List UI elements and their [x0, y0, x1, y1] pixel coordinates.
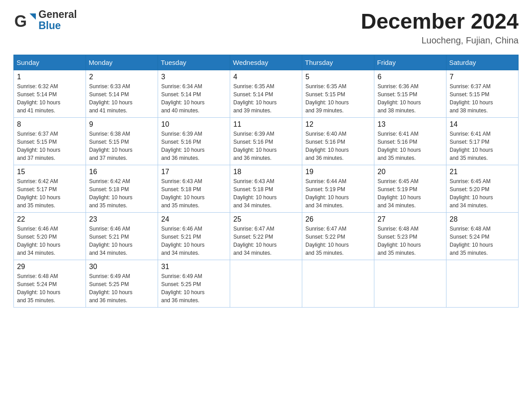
calendar-cell: 12Sunrise: 6:40 AMSunset: 5:16 PMDayligh…	[302, 118, 374, 165]
day-number: 14	[450, 120, 515, 128]
calendar-cell: 6Sunrise: 6:36 AMSunset: 5:15 PMDaylight…	[374, 70, 446, 118]
header-row: Sunday Monday Tuesday Wednesday Thursday…	[14, 55, 519, 70]
day-number: 11	[233, 120, 299, 128]
day-info: Sunrise: 6:39 AMSunset: 5:16 PMDaylight:…	[233, 130, 299, 162]
logo-blue-text: Blue	[39, 20, 77, 31]
calendar-cell: 13Sunrise: 6:41 AMSunset: 5:16 PMDayligh…	[374, 118, 446, 165]
day-number: 13	[378, 120, 443, 128]
calendar-cell: 14Sunrise: 6:41 AMSunset: 5:17 PMDayligh…	[446, 118, 519, 165]
calendar-cell: 2Sunrise: 6:33 AMSunset: 5:14 PMDaylight…	[86, 70, 158, 118]
day-info: Sunrise: 6:42 AMSunset: 5:17 PMDaylight:…	[17, 177, 82, 210]
calendar-cell	[230, 260, 302, 308]
day-number: 20	[378, 168, 443, 176]
calendar-cell: 17Sunrise: 6:43 AMSunset: 5:18 PMDayligh…	[158, 165, 230, 213]
day-info: Sunrise: 6:35 AMSunset: 5:14 PMDaylight:…	[233, 82, 299, 115]
day-info: Sunrise: 6:43 AMSunset: 5:18 PMDaylight:…	[233, 177, 299, 210]
day-info: Sunrise: 6:35 AMSunset: 5:15 PMDaylight:…	[305, 82, 371, 115]
day-info: Sunrise: 6:37 AMSunset: 5:15 PMDaylight:…	[450, 82, 515, 115]
day-number: 12	[305, 120, 371, 128]
calendar-cell: 28Sunrise: 6:48 AMSunset: 5:24 PMDayligh…	[446, 213, 519, 260]
day-info: Sunrise: 6:40 AMSunset: 5:16 PMDaylight:…	[305, 130, 371, 162]
svg-text:G: G	[14, 12, 27, 30]
calendar-cell: 3Sunrise: 6:34 AMSunset: 5:14 PMDaylight…	[158, 70, 230, 118]
day-info: Sunrise: 6:39 AMSunset: 5:16 PMDaylight:…	[161, 130, 227, 162]
calendar-cell: 4Sunrise: 6:35 AMSunset: 5:14 PMDaylight…	[230, 70, 302, 118]
day-number: 5	[305, 73, 371, 81]
day-number: 1	[17, 73, 82, 81]
week-row-4: 22Sunrise: 6:46 AMSunset: 5:20 PMDayligh…	[14, 213, 519, 260]
col-friday: Friday	[374, 55, 446, 70]
calendar-body: 1Sunrise: 6:32 AMSunset: 5:14 PMDaylight…	[14, 70, 519, 308]
week-row-2: 8Sunrise: 6:37 AMSunset: 5:15 PMDaylight…	[14, 118, 519, 165]
calendar-cell: 30Sunrise: 6:49 AMSunset: 5:25 PMDayligh…	[86, 260, 158, 308]
day-info: Sunrise: 6:46 AMSunset: 5:21 PMDaylight:…	[161, 225, 227, 257]
day-info: Sunrise: 6:45 AMSunset: 5:19 PMDaylight:…	[378, 177, 443, 210]
day-number: 26	[305, 215, 371, 223]
day-number: 4	[233, 73, 299, 81]
day-info: Sunrise: 6:43 AMSunset: 5:18 PMDaylight:…	[161, 177, 227, 210]
col-tuesday: Tuesday	[158, 55, 230, 70]
day-number: 27	[378, 215, 443, 223]
day-number: 23	[89, 215, 154, 223]
logo-name: General Blue	[39, 9, 77, 32]
day-info: Sunrise: 6:44 AMSunset: 5:19 PMDaylight:…	[305, 177, 371, 210]
calendar-cell: 5Sunrise: 6:35 AMSunset: 5:15 PMDaylight…	[302, 70, 374, 118]
calendar-cell: 1Sunrise: 6:32 AMSunset: 5:14 PMDaylight…	[14, 70, 86, 118]
day-info: Sunrise: 6:48 AMSunset: 5:24 PMDaylight:…	[17, 272, 82, 304]
day-info: Sunrise: 6:41 AMSunset: 5:16 PMDaylight:…	[378, 130, 443, 162]
calendar-title: December 2024	[361, 9, 519, 34]
calendar-cell: 31Sunrise: 6:49 AMSunset: 5:25 PMDayligh…	[158, 260, 230, 308]
logo-icon: G	[13, 10, 36, 32]
page-header: G General Blue December 2024 Luocheng, F…	[13, 9, 519, 46]
day-info: Sunrise: 6:48 AMSunset: 5:23 PMDaylight:…	[378, 225, 443, 257]
day-info: Sunrise: 6:45 AMSunset: 5:20 PMDaylight:…	[450, 177, 515, 210]
week-row-3: 15Sunrise: 6:42 AMSunset: 5:17 PMDayligh…	[14, 165, 519, 213]
day-number: 30	[89, 263, 154, 271]
calendar-cell: 9Sunrise: 6:38 AMSunset: 5:15 PMDaylight…	[86, 118, 158, 165]
calendar-cell: 11Sunrise: 6:39 AMSunset: 5:16 PMDayligh…	[230, 118, 302, 165]
day-number: 24	[161, 215, 227, 223]
calendar-subtitle: Luocheng, Fujian, China	[361, 35, 519, 46]
day-number: 3	[161, 73, 227, 81]
day-number: 28	[450, 215, 515, 223]
calendar-cell: 27Sunrise: 6:48 AMSunset: 5:23 PMDayligh…	[374, 213, 446, 260]
day-info: Sunrise: 6:42 AMSunset: 5:18 PMDaylight:…	[89, 177, 154, 210]
day-info: Sunrise: 6:47 AMSunset: 5:22 PMDaylight:…	[233, 225, 299, 257]
calendar-header: Sunday Monday Tuesday Wednesday Thursday…	[14, 55, 519, 70]
day-info: Sunrise: 6:49 AMSunset: 5:25 PMDaylight:…	[161, 272, 227, 304]
calendar-cell: 15Sunrise: 6:42 AMSunset: 5:17 PMDayligh…	[14, 165, 86, 213]
calendar-cell: 23Sunrise: 6:46 AMSunset: 5:21 PMDayligh…	[86, 213, 158, 260]
calendar-cell: 8Sunrise: 6:37 AMSunset: 5:15 PMDaylight…	[14, 118, 86, 165]
week-row-5: 29Sunrise: 6:48 AMSunset: 5:24 PMDayligh…	[14, 260, 519, 308]
logo-general-text: General	[39, 9, 77, 20]
day-info: Sunrise: 6:41 AMSunset: 5:17 PMDaylight:…	[450, 130, 515, 162]
day-info: Sunrise: 6:32 AMSunset: 5:14 PMDaylight:…	[17, 82, 82, 115]
calendar-cell: 24Sunrise: 6:46 AMSunset: 5:21 PMDayligh…	[158, 213, 230, 260]
day-info: Sunrise: 6:47 AMSunset: 5:22 PMDaylight:…	[305, 225, 371, 257]
col-thursday: Thursday	[302, 55, 374, 70]
svg-marker-1	[30, 13, 36, 20]
day-info: Sunrise: 6:36 AMSunset: 5:15 PMDaylight:…	[378, 82, 443, 115]
calendar-cell: 10Sunrise: 6:39 AMSunset: 5:16 PMDayligh…	[158, 118, 230, 165]
day-info: Sunrise: 6:46 AMSunset: 5:21 PMDaylight:…	[89, 225, 154, 257]
day-number: 8	[17, 120, 82, 128]
calendar-cell: 19Sunrise: 6:44 AMSunset: 5:19 PMDayligh…	[302, 165, 374, 213]
day-info: Sunrise: 6:37 AMSunset: 5:15 PMDaylight:…	[17, 130, 82, 162]
calendar-cell: 26Sunrise: 6:47 AMSunset: 5:22 PMDayligh…	[302, 213, 374, 260]
calendar-cell: 29Sunrise: 6:48 AMSunset: 5:24 PMDayligh…	[14, 260, 86, 308]
calendar-table: Sunday Monday Tuesday Wednesday Thursday…	[13, 55, 519, 308]
day-number: 9	[89, 120, 154, 128]
day-number: 31	[161, 263, 227, 271]
calendar-cell: 16Sunrise: 6:42 AMSunset: 5:18 PMDayligh…	[86, 165, 158, 213]
day-number: 16	[89, 168, 154, 176]
day-number: 25	[233, 215, 299, 223]
day-number: 6	[378, 73, 443, 81]
calendar-cell	[302, 260, 374, 308]
day-number: 17	[161, 168, 227, 176]
day-number: 29	[17, 263, 82, 271]
title-area: December 2024 Luocheng, Fujian, China	[361, 9, 519, 46]
day-number: 7	[450, 73, 515, 81]
day-number: 22	[17, 215, 82, 223]
day-info: Sunrise: 6:34 AMSunset: 5:14 PMDaylight:…	[161, 82, 227, 115]
calendar-cell: 21Sunrise: 6:45 AMSunset: 5:20 PMDayligh…	[446, 165, 519, 213]
